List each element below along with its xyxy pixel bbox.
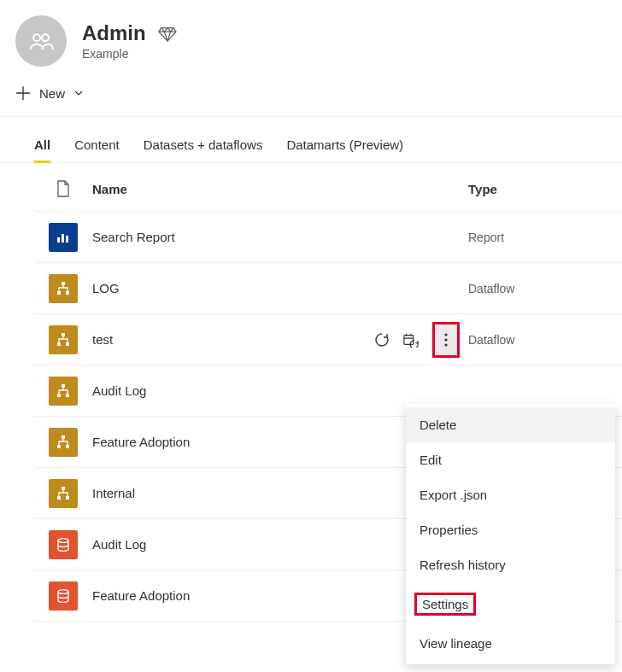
- column-icon-header: [34, 180, 92, 197]
- tabs: All Content Datasets + dataflows Datamar…: [0, 117, 622, 163]
- svg-point-13: [444, 338, 447, 341]
- svg-point-1: [42, 34, 49, 41]
- item-name[interactable]: Search Report: [92, 230, 357, 244]
- menu-item-settings[interactable]: Settings: [406, 582, 615, 622]
- refresh-icon: [374, 332, 390, 348]
- context-menu: Delete Edit Export .json Properties Refr…: [406, 404, 615, 622]
- item-name[interactable]: Audit Log: [92, 383, 357, 398]
- svg-rect-7: [66, 291, 69, 295]
- chevron-down-icon: [73, 88, 84, 98]
- dataset-icon: [49, 530, 78, 559]
- svg-rect-20: [66, 445, 69, 448]
- svg-rect-11: [404, 335, 414, 344]
- item-type: Dataflow: [468, 282, 622, 295]
- vertical-dots-icon: [444, 332, 448, 348]
- svg-rect-10: [66, 342, 69, 346]
- table-row[interactable]: Search Report Report: [34, 212, 622, 263]
- tab-content[interactable]: Content: [74, 129, 120, 162]
- menu-item-settings-label: Settings: [414, 593, 476, 616]
- item-name[interactable]: Feature Adoption: [92, 588, 357, 603]
- item-name[interactable]: Internal: [92, 486, 357, 500]
- svg-point-25: [58, 589, 68, 593]
- workspace-title-block: Admin Example: [82, 21, 177, 61]
- svg-rect-6: [57, 291, 61, 295]
- svg-rect-5: [62, 282, 65, 285]
- menu-item-export-json[interactable]: Export .json: [406, 477, 615, 512]
- more-options-button[interactable]: [432, 322, 460, 358]
- dataflow-icon: [49, 428, 78, 457]
- column-type-header[interactable]: Type: [468, 182, 622, 196]
- tab-datamarts[interactable]: Datamarts (Preview): [286, 129, 403, 162]
- file-icon: [56, 180, 70, 197]
- schedule-refresh-button[interactable]: [403, 332, 419, 348]
- svg-rect-19: [57, 445, 61, 448]
- svg-rect-16: [57, 394, 61, 397]
- svg-rect-22: [57, 496, 61, 500]
- table-row[interactable]: test Dataflow: [34, 314, 622, 365]
- svg-rect-18: [62, 435, 65, 439]
- dataflow-icon: [49, 377, 78, 406]
- workspace-title: Admin: [82, 21, 146, 45]
- menu-item-edit[interactable]: Edit: [406, 442, 615, 477]
- svg-point-14: [444, 343, 447, 346]
- item-name[interactable]: Audit Log: [92, 537, 357, 552]
- svg-rect-3: [62, 234, 64, 243]
- svg-rect-8: [62, 333, 65, 336]
- item-name[interactable]: test: [92, 332, 357, 347]
- svg-rect-21: [62, 487, 65, 490]
- item-name[interactable]: LOG: [92, 281, 357, 295]
- dataflow-icon: [49, 325, 78, 354]
- report-icon: [49, 223, 78, 252]
- svg-point-24: [58, 538, 68, 542]
- plus-icon: [15, 85, 31, 101]
- menu-item-refresh-history[interactable]: Refresh history: [406, 547, 615, 582]
- new-button-label: New: [39, 86, 65, 101]
- toolbar: New: [0, 73, 622, 116]
- premium-diamond-icon: [158, 24, 177, 43]
- workspace-header: Admin Example: [0, 0, 622, 73]
- svg-point-12: [444, 333, 447, 336]
- new-button[interactable]: New: [12, 82, 87, 104]
- group-icon: [28, 28, 54, 54]
- workspace-avatar: [15, 15, 67, 67]
- tab-all[interactable]: All: [34, 129, 50, 162]
- column-name-header[interactable]: Name: [92, 182, 357, 196]
- dataflow-icon: [49, 274, 78, 303]
- workspace-subtitle: Example: [82, 47, 177, 61]
- svg-rect-2: [57, 237, 60, 243]
- svg-rect-4: [66, 236, 68, 243]
- svg-rect-15: [62, 384, 65, 388]
- dataflow-icon: [49, 479, 78, 508]
- tab-datasets-dataflows[interactable]: Datasets + dataflows: [144, 129, 263, 162]
- schedule-refresh-icon: [403, 332, 419, 348]
- dataset-icon: [49, 581, 78, 611]
- item-type: Report: [468, 231, 622, 244]
- grid-header: Name Type: [34, 163, 622, 212]
- menu-item-properties[interactable]: Properties: [406, 512, 615, 547]
- item-name[interactable]: Feature Adoption: [92, 435, 357, 449]
- menu-item-delete[interactable]: Delete: [406, 407, 615, 442]
- svg-rect-17: [66, 394, 69, 397]
- svg-rect-23: [66, 496, 69, 500]
- refresh-now-button[interactable]: [374, 332, 390, 348]
- svg-point-0: [33, 34, 40, 41]
- table-row[interactable]: LOG Dataflow: [34, 263, 622, 314]
- svg-rect-9: [57, 342, 61, 346]
- item-type: Dataflow: [468, 333, 622, 347]
